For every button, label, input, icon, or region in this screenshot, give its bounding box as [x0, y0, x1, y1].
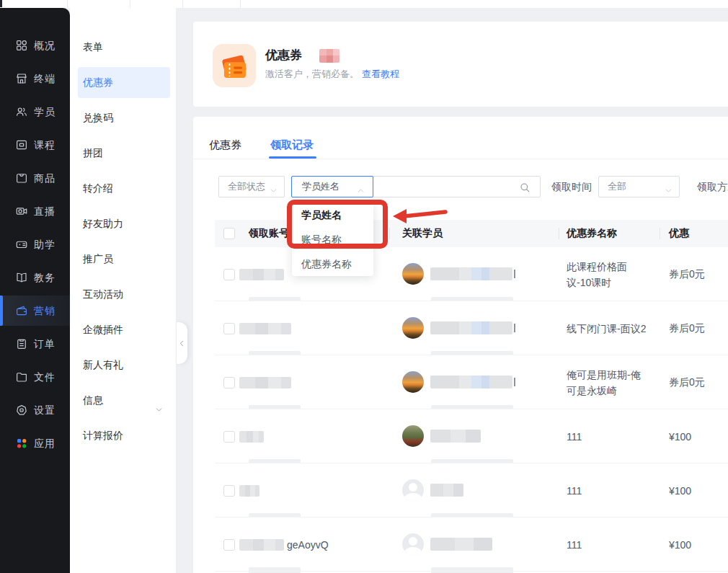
coupon-name-cell: 111 — [567, 463, 647, 518]
submenu-item-3[interactable]: 兑换码 — [78, 102, 170, 133]
redaction-artifact — [514, 324, 515, 332]
redacted-account — [239, 431, 264, 443]
claim-time-label: 领取时间 — [551, 181, 592, 194]
account-visible-text: geAoyvQ — [287, 539, 329, 551]
redaction-artifact — [249, 567, 301, 573]
top-strip-divider — [240, 0, 241, 8]
redaction-artifact — [431, 567, 513, 573]
sidebar-item-label: 设置 — [34, 404, 56, 416]
default-avatar — [402, 479, 424, 501]
claim-method-label: 领取方式 — [697, 181, 728, 194]
coupon-name-cell: 俺可是用班期-俺可是永坂崎 — [567, 355, 647, 409]
page-subtitle: 激活客户，营销必备。 — [265, 68, 359, 79]
redacted-account — [239, 269, 284, 280]
search-field-dropdown: 学员姓名账号名称优惠券名称 — [292, 203, 373, 276]
redacted-badge — [319, 49, 339, 63]
redacted-student-name — [430, 321, 512, 334]
orders-icon — [15, 337, 28, 350]
table-row: 111 ¥100 — [193, 463, 728, 518]
sidebar-collapse-handle[interactable] — [177, 322, 187, 364]
search-field-select[interactable]: 学员姓名 — [291, 176, 373, 197]
dropdown-option[interactable]: 账号名称 — [292, 227, 373, 252]
users-icon — [15, 105, 28, 118]
submenu-item-label: 计算报价 — [83, 430, 123, 441]
sidebar-item-label: 教务 — [34, 272, 56, 283]
row-checkbox[interactable] — [223, 539, 235, 551]
row-checkbox[interactable] — [223, 323, 235, 334]
redacted-student-name — [430, 484, 463, 497]
row-checkbox[interactable] — [223, 269, 235, 280]
row-checkbox[interactable] — [223, 431, 235, 443]
submenu-item-2[interactable]: 优惠券 — [78, 67, 170, 98]
submenu-item-label: 推广员 — [83, 253, 113, 265]
discount-cell: ¥100 — [669, 409, 691, 463]
marketing-submenu: 表单 优惠券 兑换码 拼团 转介绍 好友助力 推广员 互动活动 企微插件 新人有… — [70, 8, 177, 573]
tutorial-link[interactable]: 查看教程 — [362, 68, 399, 79]
claim-time-select[interactable]: 全部 — [598, 176, 680, 197]
dropdown-option[interactable]: 优惠券名称 — [292, 252, 373, 276]
select-all-checkbox[interactable] — [223, 228, 235, 239]
submenu-item-9[interactable]: 企微插件 — [78, 314, 170, 345]
sidebar-item-6[interactable]: 直播 — [0, 196, 70, 226]
page-title: 优惠券 — [265, 47, 302, 63]
coupon-name-cell: 111 — [567, 409, 647, 463]
submenu-item-10[interactable]: 新人有礼 — [78, 350, 170, 381]
records-card: 优惠券 领取记录 全部状态 学员姓名 领取时间 全部 领取方式 领取账号 关联学… — [193, 117, 728, 573]
chevron-down-icon — [269, 182, 278, 192]
submenu-item-7[interactable]: 推广员 — [78, 244, 170, 275]
tab-claim-records[interactable]: 领取记录 — [270, 138, 314, 152]
sidebar-item-13[interactable]: 应用 — [0, 428, 70, 458]
page-header-card: 优惠券 激活客户，营销必备。查看教程 — [193, 22, 728, 107]
table-row: geAoyvQ 111 ¥100 — [193, 518, 728, 572]
claim-time-value: 全部 — [608, 181, 626, 192]
row-checkbox[interactable] — [223, 377, 235, 388]
sidebar-item-4[interactable]: 课程 — [0, 130, 70, 160]
primary-sidebar: 概况 终端 学员 课程 商品 直播 助学 教务 营销 订单 文件 设置 应用 — [0, 8, 70, 573]
chevron-up-icon — [356, 182, 365, 192]
sidebar-item-label: 课程 — [34, 139, 56, 151]
search-input[interactable]: 学员姓名 — [291, 176, 541, 197]
column-header-coupon: 优惠券名称 — [567, 227, 617, 240]
sidebar-item-7[interactable]: 助学 — [0, 229, 70, 259]
search-icon[interactable] — [519, 182, 531, 193]
discount-cell: 券后0元 — [669, 355, 705, 409]
tab-coupons[interactable]: 优惠券 — [209, 138, 241, 152]
sidebar-item-label: 终端 — [34, 73, 56, 84]
coupon-name-cell: 111 — [567, 518, 647, 572]
coupon-admin-page: { "sidebar": { "items": [ {"label":"概况",… — [0, 0, 728, 573]
chevron-left-icon — [177, 338, 187, 347]
redaction-artifact — [514, 270, 515, 278]
status-select[interactable]: 全部状态 — [218, 176, 285, 197]
submenu-item-label: 拼团 — [83, 147, 103, 159]
redacted-account — [239, 377, 291, 388]
submenu-item-12[interactable]: 计算报价 — [78, 420, 170, 451]
default-avatar — [402, 533, 424, 555]
sidebar-item-2[interactable]: 终端 — [0, 63, 70, 94]
sidebar-item-1[interactable]: 概况 — [0, 30, 70, 61]
sidebar-item-11[interactable]: 文件 — [0, 362, 70, 392]
apps-icon — [15, 437, 28, 450]
coupon-name-cell: 线下闭门课-面议2 — [567, 301, 647, 355]
submenu-item-4[interactable]: 拼团 — [78, 138, 170, 169]
top-strip-divider — [67, 0, 68, 8]
sidebar-item-5[interactable]: 商品 — [0, 163, 70, 193]
submenu-item-6[interactable]: 好友助力 — [78, 208, 170, 239]
sidebar-item-8[interactable]: 教务 — [0, 262, 70, 293]
photo-avatar — [402, 317, 424, 339]
submenu-item-label: 表单 — [83, 41, 103, 53]
submenu-item-11[interactable]: 信息 — [78, 385, 170, 416]
sidebar-item-10[interactable]: 订单 — [0, 329, 70, 359]
submenu-item-5[interactable]: 转介绍 — [78, 173, 170, 204]
redacted-account — [239, 485, 259, 497]
redacted-account — [239, 323, 291, 334]
sidebar-item-3[interactable]: 学员 — [0, 97, 70, 127]
photo-avatar — [402, 371, 424, 393]
sidebar-item-9[interactable]: 营销 — [0, 296, 70, 326]
submenu-item-1[interactable]: 表单 — [78, 32, 170, 63]
dropdown-option[interactable]: 学员姓名 — [292, 203, 373, 227]
sidebar-item-label: 订单 — [34, 338, 56, 350]
submenu-item-8[interactable]: 互动活动 — [78, 279, 170, 310]
row-checkbox[interactable] — [223, 485, 235, 497]
sidebar-item-12[interactable]: 设置 — [0, 395, 70, 425]
sidebar-item-label: 应用 — [34, 437, 56, 449]
